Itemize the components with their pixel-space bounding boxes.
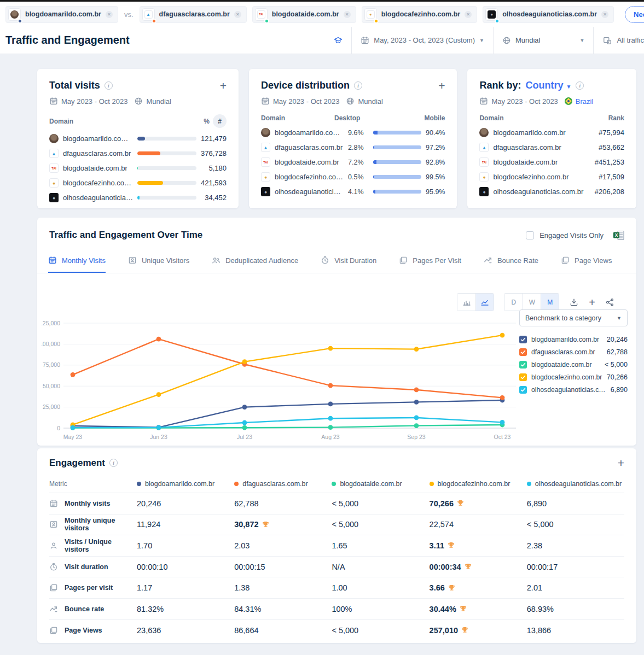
series-color-dot (430, 482, 434, 486)
tab-page-views[interactable]: Page Views (561, 249, 612, 273)
metric-value: 86,664 (234, 626, 332, 635)
legend-item[interactable]: blogdocafezinho.com.br70,266 (519, 371, 628, 383)
info-icon[interactable]: i (109, 459, 118, 467)
legend-item[interactable]: dfaguasclaras.com.br62,788 (519, 346, 628, 359)
line-chart-toggle[interactable] (475, 294, 494, 311)
engaged-visits-checkbox[interactable] (526, 231, 534, 239)
site-favicon: ▲ (49, 149, 59, 158)
legend-domain-label: blogdocafezinho.com.br (531, 373, 602, 381)
benchmark-category-select[interactable]: Benchmark to a category ▼ (519, 309, 628, 326)
series-color-dot (495, 19, 500, 24)
info-icon[interactable]: i (105, 81, 113, 90)
card-region: Mundial (146, 97, 171, 106)
engagement-column-domain: olhosdeaguianoticias.com.br (535, 480, 622, 488)
tab-deduplicated-audience[interactable]: Deduplicated Audience (212, 249, 298, 273)
granularity-w-button[interactable]: W (523, 294, 541, 311)
section-title: Engagement (49, 458, 105, 469)
mobile-share-value: 97.2% (426, 144, 445, 151)
info-icon[interactable]: i (354, 81, 362, 90)
calendar-icon (49, 499, 58, 508)
domain-chip[interactable]: ▲dfaguasclaras.com.br✕ (140, 6, 247, 23)
domain-label: blogdoamarildo.com.br (275, 128, 344, 137)
percent-toggle[interactable]: % (204, 118, 210, 125)
add-metric-button[interactable]: + (438, 80, 445, 91)
svg-text:75,000: 75,000 (43, 361, 60, 368)
excel-export-icon[interactable]: X (613, 231, 624, 240)
desktop-share-value: 9.6% (348, 129, 369, 137)
desktop-segment (373, 131, 378, 134)
trophy-icon (448, 542, 455, 549)
tab-pages-per-visit[interactable]: Pages Per Visit (399, 249, 461, 273)
total-visits-row: blogdoamarildo.com.br121,479 (49, 131, 227, 146)
date-range-filter[interactable]: May, 2023 - Oct, 2023 (Custom) ▼ (351, 27, 493, 54)
bar-chart-toggle[interactable] (457, 294, 475, 311)
number-toggle[interactable]: # (213, 114, 227, 128)
domain-chip[interactable]: TAÍblogdoataide.com.br✕ (252, 6, 356, 23)
rank-by-select[interactable]: Country ▼ (525, 80, 571, 91)
download-icon[interactable] (569, 298, 579, 307)
domain-label: blogdoataide.com.br (493, 158, 586, 166)
academy-icon[interactable] (333, 36, 344, 45)
add-to-dashboard-button[interactable]: + (589, 297, 595, 308)
engagement-column-domain: dfaguasclaras.com.br (242, 480, 308, 488)
granularity-d-button[interactable]: D (504, 294, 523, 311)
visits-share-bar (137, 137, 196, 141)
legend-checkbox[interactable] (519, 348, 527, 356)
total-visits-value: 5,180 (208, 164, 227, 172)
site-favicon: ● (488, 10, 496, 19)
legend-checkbox[interactable] (519, 361, 527, 369)
need-more-button[interactable]: Need More? (625, 6, 644, 23)
legend-checkbox[interactable] (519, 336, 527, 343)
remove-domain-icon[interactable]: ✕ (344, 11, 351, 18)
domain-label: blogdoamarildo.com.br (63, 134, 133, 143)
legend-value: 6,890 (611, 386, 628, 394)
traffic-over-time-card: Traffic and Engagement Over Time Engaged… (37, 218, 636, 446)
chevron-down-icon: ▼ (579, 38, 584, 43)
domain-chip[interactable]: ●blogdocafezinho.com.br✕ (362, 6, 477, 23)
engagement-column-header: blogdoataide.com.br (332, 480, 429, 488)
traffic-channel-value: All traffic (617, 36, 644, 44)
share-icon[interactable] (605, 298, 614, 307)
legend-checkbox[interactable] (519, 373, 527, 381)
engagement-row: Monthly visits20,24662,788< 5,00070,2666… (49, 493, 624, 514)
chevron-down-icon: ▼ (617, 315, 622, 321)
site-favicon (49, 134, 59, 143)
tab-monthly-visits[interactable]: Monthly Visits (48, 249, 106, 273)
remove-domain-icon[interactable]: ✕ (465, 11, 472, 18)
total-visits-card: Total visits i + May 2023 - Oct 2023 Mun… (37, 69, 239, 208)
tab-unique-visitors[interactable]: Unique Visitors (128, 249, 189, 273)
site-favicon: TAÍ (257, 10, 265, 19)
granularity-m-button[interactable]: M (541, 294, 559, 311)
device-split-bar (373, 131, 421, 134)
favicon-glyph: ▲ (146, 12, 150, 17)
legend-checkbox[interactable] (519, 386, 527, 394)
site-favicon: TAÍ (479, 157, 489, 167)
country-filter[interactable]: Mundial ▼ (493, 27, 593, 54)
tab-visit-duration[interactable]: Visit Duration (321, 249, 376, 273)
remove-domain-icon[interactable]: ✕ (234, 11, 241, 18)
add-metric-button[interactable]: + (220, 80, 227, 91)
remove-domain-icon[interactable]: ✕ (601, 11, 608, 18)
svg-text:125,000: 125,000 (42, 320, 60, 326)
info-icon[interactable]: i (576, 81, 584, 90)
desktop-segment (373, 190, 375, 194)
metric-label: Visits / Unique visitors (65, 538, 137, 553)
section-title: Traffic and Engagement Over Time (49, 230, 202, 241)
site-favicon: ● (261, 187, 270, 196)
legend-item[interactable]: blogdoataide.com.br< 5,000 (519, 359, 628, 371)
rank-country-link[interactable]: Brazil (576, 97, 594, 106)
legend-item[interactable]: blogdoamarildo.com.br20,246 (519, 334, 628, 346)
tab-bounce-rate[interactable]: Bounce Rate (484, 249, 538, 273)
legend-item[interactable]: olhosdeaguianoticias.com.br6,890 (519, 383, 628, 396)
remove-domain-icon[interactable]: ✕ (106, 11, 113, 18)
series-color-dot (18, 19, 22, 24)
domain-chip[interactable]: ●olhosdeaguianoticias.com.br✕ (483, 6, 614, 23)
traffic-channel-filter[interactable]: All traffic (593, 27, 644, 54)
site-favicon: ● (261, 172, 270, 182)
metric-label: Monthly visits (65, 500, 110, 507)
id-card-icon (128, 256, 137, 265)
add-metric-button[interactable]: + (618, 457, 624, 469)
domain-chip[interactable]: blogdoamarildo.com.br✕ (5, 6, 118, 23)
column-header-desktop: Desktop (334, 114, 360, 122)
metric-value: 70,266 (430, 499, 527, 508)
